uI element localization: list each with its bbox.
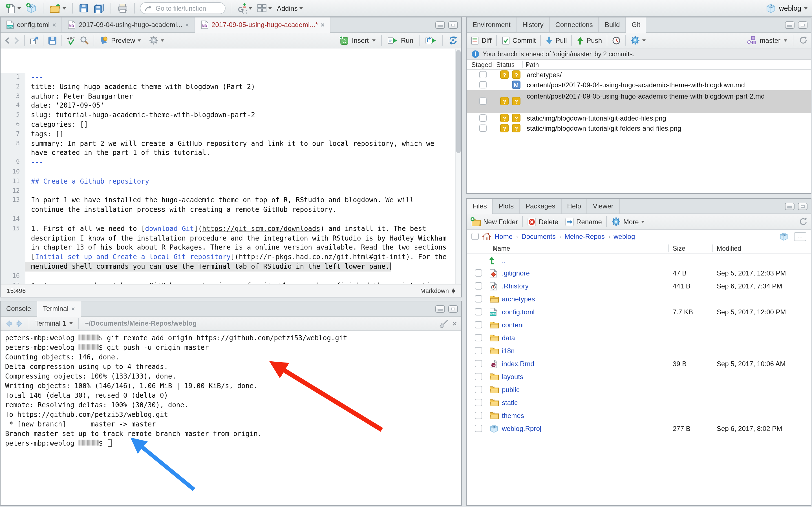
editor-line[interactable]: 2title: Using hugo-academic theme with b… — [1, 82, 461, 92]
editor-line[interactable]: 14 — [1, 215, 461, 224]
editor-line[interactable]: continue the installation process with c… — [1, 205, 461, 215]
editor-line[interactable]: 7tags: [] — [1, 129, 461, 139]
column-staged[interactable]: Staged — [471, 60, 492, 70]
column-modified[interactable]: Modified — [717, 243, 741, 254]
tab-terminal[interactable]: Terminal× — [37, 301, 81, 316]
new-file-button[interactable] — [4, 1, 22, 15]
terminal-body[interactable]: peters-mbp:weblog $ git remote add origi… — [1, 331, 461, 505]
maximize-pane-button[interactable] — [798, 21, 808, 29]
find-icon[interactable] — [80, 36, 89, 45]
push-button[interactable]: Push — [587, 36, 602, 44]
new-project-button[interactable]: R — [25, 1, 38, 15]
file-name[interactable]: .Rhistory — [502, 280, 529, 293]
chevron-down-icon[interactable] — [372, 39, 375, 41]
terminal-back-icon[interactable] — [5, 320, 12, 327]
close-terminal-icon[interactable]: × — [453, 319, 457, 328]
tab-files[interactable]: Files — [467, 199, 493, 214]
preview-button[interactable]: Preview — [111, 36, 135, 44]
stage-checkbox[interactable] — [479, 124, 487, 132]
file-checkbox[interactable] — [475, 412, 482, 419]
gear-icon[interactable] — [149, 36, 158, 45]
editor-line[interactable]: 10 — [1, 167, 461, 177]
file-name[interactable]: data — [502, 332, 515, 345]
file-name[interactable]: index.Rmd — [502, 358, 534, 371]
file-checkbox[interactable] — [475, 360, 482, 367]
file-name[interactable]: i18n — [502, 345, 515, 358]
minimize-pane-button[interactable] — [435, 305, 445, 313]
git-file-row[interactable]: ??static/img/blogdown-tutorial/git-folde… — [467, 123, 811, 133]
tab-git[interactable]: Git — [626, 17, 647, 32]
file-checkbox[interactable] — [475, 347, 482, 354]
editor-line[interactable]: 13In part 1 we have installed the hugo-a… — [1, 196, 461, 205]
close-icon[interactable]: × — [321, 21, 324, 28]
column-size[interactable]: Size — [673, 243, 686, 254]
print-button[interactable] — [116, 1, 129, 15]
diff-button[interactable]: Diff — [481, 36, 492, 44]
file-row[interactable]: layouts — [467, 371, 811, 384]
file-checkbox[interactable] — [475, 386, 482, 393]
file-row[interactable]: data — [467, 332, 811, 345]
branch-selector[interactable]: master — [760, 36, 780, 44]
workspace-panes-button[interactable] — [256, 1, 273, 15]
history-clock-icon[interactable] — [612, 36, 620, 45]
file-checkbox[interactable] — [475, 308, 482, 316]
tab-build[interactable]: Build — [599, 17, 626, 32]
editor-body[interactable]: 1---2title: Using hugo-academic theme wi… — [1, 49, 461, 284]
more-button[interactable]: More — [623, 218, 639, 226]
file-row[interactable]: content — [467, 319, 811, 332]
insert-button[interactable]: Insert — [352, 36, 369, 44]
editor-line[interactable]: 12 — [1, 186, 461, 196]
editor-line[interactable]: 6categories: [] — [1, 120, 461, 129]
spellcheck-icon[interactable]: ABC — [66, 36, 77, 45]
git-file-row[interactable]: ??content/post/2017-09-05-using-hugo-aca… — [467, 90, 811, 113]
breadcrumb-item[interactable]: Documents — [521, 232, 555, 240]
editor-line[interactable]: 9--- — [1, 158, 461, 167]
save-button[interactable] — [78, 1, 90, 15]
chevron-down-icon[interactable] — [642, 39, 645, 41]
open-in-new-window-icon[interactable] — [29, 36, 38, 45]
file-row[interactable]: Rweblog.Rproj277 BSep 6, 2017, 8:02 PM — [467, 422, 811, 436]
file-name[interactable]: .gitignore — [502, 267, 530, 280]
file-row[interactable]: TOMLconfig.toml7.7 KBSep 5, 2017, 12:00 … — [467, 306, 811, 319]
maximize-pane-button[interactable] — [798, 203, 808, 210]
stage-checkbox[interactable] — [479, 71, 487, 78]
save-all-button[interactable] — [93, 1, 105, 15]
file-row[interactable]: static — [467, 397, 811, 409]
refresh-icon[interactable] — [799, 217, 808, 226]
file-name[interactable]: content — [502, 319, 524, 332]
goto-file-input[interactable]: Go to file/function — [140, 2, 225, 14]
file-row[interactable]: Rmdindex.Rmd39 BSep 5, 2017, 10:06 AM — [467, 358, 811, 371]
commit-button[interactable]: Commit — [513, 36, 536, 44]
render-icon[interactable] — [448, 36, 458, 45]
editor-tab[interactable]: MD2017-09-04-using-hugo-academi...× — [62, 17, 195, 32]
cursor-position[interactable]: 15:496 — [7, 287, 26, 294]
file-name[interactable]: config.toml — [502, 306, 535, 319]
tab-help[interactable]: Help — [561, 199, 587, 214]
file-name[interactable]: themes — [502, 409, 524, 422]
file-checkbox[interactable] — [475, 373, 482, 380]
file-row[interactable]: archetypes — [467, 293, 811, 306]
run-button[interactable]: Run — [401, 36, 413, 44]
select-all-checkbox[interactable] — [471, 233, 479, 240]
editor-line[interactable]: 3author: Peter Baumgartner — [1, 92, 461, 101]
git-file-row[interactable]: ??archetypes/ — [467, 70, 811, 80]
close-icon[interactable]: × — [71, 305, 75, 312]
breadcrumb-item[interactable]: Home — [495, 232, 513, 240]
git-file-row[interactable]: ??static/img/blogdown-tutorial/git-added… — [467, 113, 811, 123]
new-folder-button[interactable]: New Folder — [483, 218, 518, 226]
file-name[interactable]: public — [502, 384, 520, 397]
chevron-down-icon[interactable] — [641, 221, 645, 223]
addins-button[interactable]: Addins — [276, 1, 304, 15]
tab-history[interactable]: History — [517, 17, 550, 32]
clear-terminal-icon[interactable] — [439, 319, 449, 328]
file-name[interactable]: static — [502, 397, 518, 409]
file-checkbox[interactable] — [475, 334, 482, 341]
editor-line[interactable]: 171. In case you do not have a GitHub ac… — [1, 281, 461, 284]
file-name[interactable]: .. — [502, 254, 506, 267]
tab-connections[interactable]: Connections — [550, 17, 599, 32]
back-icon[interactable] — [4, 36, 11, 44]
column-status[interactable]: Status — [496, 60, 515, 70]
rename-button[interactable]: Rename — [576, 218, 602, 226]
file-checkbox[interactable] — [475, 321, 482, 328]
file-checkbox[interactable] — [475, 425, 482, 432]
